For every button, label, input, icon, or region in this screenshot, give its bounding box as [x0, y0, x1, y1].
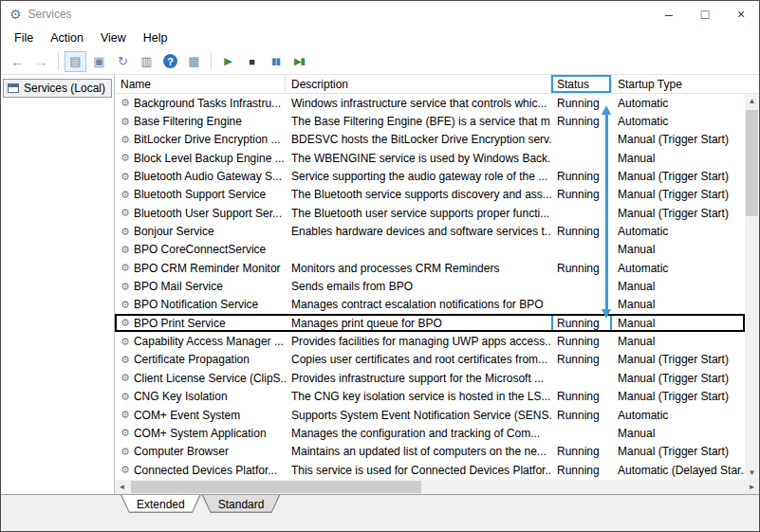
service-startup-type: Automatic — [612, 112, 745, 130]
service-status: Running — [551, 112, 612, 130]
service-gear-icon: ⚙ — [120, 190, 130, 200]
service-name: Bluetooth Support Service — [134, 188, 266, 201]
table-row[interactable]: ⚙BitLocker Drive Encryption ...BDESVC ho… — [115, 131, 745, 149]
table-row[interactable]: ⚙Base Filtering EngineThe Base Filtering… — [115, 112, 745, 130]
service-startup-type: Manual (Trigger Start) — [612, 369, 745, 387]
service-description: Supports System Event Notification Servi… — [286, 406, 551, 424]
properties-button[interactable]: ▣ — [88, 51, 110, 72]
table-row[interactable]: ⚙BPO CoreConnectServiceManual — [115, 241, 745, 259]
service-description — [286, 241, 551, 259]
table-row[interactable]: ⚙Bluetooth Support ServiceThe Bluetooth … — [115, 186, 745, 204]
menu-view[interactable]: View — [92, 31, 135, 45]
service-name-cell: ⚙Computer Browser — [115, 443, 286, 461]
stop-service-button[interactable]: ■ — [241, 51, 263, 72]
table-row[interactable]: ⚙COM+ Event SystemSupports System Event … — [115, 406, 745, 424]
scroll-up-button[interactable]: ▲ — [745, 94, 759, 108]
table-row[interactable]: ⚙Capability Access Manager ...Provides f… — [115, 332, 745, 350]
service-startup-type: Automatic — [612, 222, 745, 240]
column-header-status[interactable]: Status — [551, 75, 612, 93]
start-service-button[interactable]: ▶ — [217, 51, 239, 72]
table-row[interactable]: ⚙BPO CRM Reminder MonitorMonitors and pr… — [115, 259, 745, 277]
table-row[interactable]: ⚙Bluetooth Audio Gateway S...Service sup… — [115, 167, 745, 185]
service-description: Monitors and processes CRM Reminders — [286, 259, 551, 277]
service-gear-icon: ⚙ — [120, 117, 130, 127]
vertical-scrollbar[interactable]: ▲ ▼ — [745, 94, 759, 480]
title-bar: ⚙ Services – □ × — [1, 1, 759, 28]
minimize-button[interactable]: – — [651, 1, 687, 28]
forward-button[interactable]: → — [30, 51, 52, 72]
back-button[interactable]: ← — [7, 51, 28, 72]
service-name-cell: ⚙Block Level Backup Engine ... — [115, 149, 286, 167]
refresh-button[interactable]: ↻ — [112, 51, 134, 72]
service-gear-icon: ⚙ — [120, 300, 130, 310]
service-gear-icon: ⚙ — [120, 227, 130, 237]
table-row[interactable]: ⚙Certificate PropagationCopies user cert… — [115, 351, 745, 369]
service-name-cell: ⚙BPO Mail Service — [115, 277, 286, 295]
service-startup-type: Manual (Trigger Start) — [612, 131, 745, 149]
horizontal-scrollbar[interactable]: ◄ ► — [115, 480, 759, 494]
sidebar-item-services-local[interactable]: Services (Local) — [3, 79, 112, 98]
column-header-startup-type[interactable]: Startup Type — [612, 75, 759, 93]
bottom-filler — [1, 515, 759, 531]
table-row[interactable]: ⚙Computer BrowserMaintains an updated li… — [115, 443, 745, 461]
table-row[interactable]: ⚙BPO Mail ServiceSends emails from BPOMa… — [115, 277, 745, 295]
menu-help[interactable]: Help — [135, 31, 176, 45]
pause-service-button[interactable]: ▮▮ — [265, 51, 287, 72]
toolbar-separator — [58, 53, 59, 70]
scroll-right-button[interactable]: ► — [745, 480, 759, 494]
horizontal-scroll-thumb[interactable] — [131, 481, 421, 493]
service-gear-icon: ⚙ — [120, 465, 130, 475]
service-description: Provides facilities for managing UWP app… — [286, 332, 551, 350]
service-name: Certificate Propagation — [134, 353, 250, 366]
table-row[interactable]: ⚙Block Level Backup Engine ...The WBENGI… — [115, 149, 745, 167]
service-gear-icon: ⚙ — [120, 153, 130, 163]
table-row[interactable]: ⚙Connected Devices Platfor...This servic… — [115, 461, 745, 479]
vertical-scroll-thumb[interactable] — [746, 110, 758, 216]
maximize-button[interactable]: □ — [687, 1, 723, 28]
table-row[interactable]: ⚙Bluetooth User Support Ser...The Blueto… — [115, 204, 745, 222]
service-startup-type: Manual (Trigger Start) — [612, 204, 745, 222]
table-row[interactable]: ⚙BPO Notification ServiceManages contrac… — [115, 296, 745, 314]
scroll-left-button[interactable]: ◄ — [115, 480, 129, 494]
restart-service-button[interactable]: ▶▮ — [288, 51, 310, 72]
show-hide-console-tree-button[interactable]: ▤ — [65, 51, 86, 72]
service-name: Bluetooth Audio Gateway S... — [134, 170, 282, 183]
list-header: Name Description Status Startup Type — [115, 75, 759, 94]
menu-file[interactable]: File — [6, 31, 42, 45]
service-gear-icon: ⚙ — [120, 282, 130, 292]
table-row[interactable]: ⚙BPO Print ServiceManages print queue fo… — [115, 314, 745, 332]
column-header-description[interactable]: Description — [286, 75, 551, 93]
close-button[interactable]: × — [723, 1, 759, 28]
help-button[interactable]: ? — [159, 51, 181, 72]
service-startup-type: Manual (Trigger Start) — [612, 443, 745, 461]
service-name-cell: ⚙Certificate Propagation — [115, 351, 286, 369]
service-name-cell: ⚙Background Tasks Infrastru... — [115, 94, 286, 112]
table-row[interactable]: ⚙COM+ System ApplicationManages the conf… — [115, 424, 745, 442]
tab-standard[interactable]: Standard — [202, 495, 281, 513]
export-list-button[interactable]: ▥ — [136, 51, 158, 72]
service-name: COM+ Event System — [134, 409, 240, 422]
table-row[interactable]: ⚙Client License Service (ClipS...Provide… — [115, 369, 745, 387]
service-name-cell: ⚙CNG Key Isolation — [115, 388, 286, 406]
table-row[interactable]: ⚙Bonjour ServiceEnables hardware devices… — [115, 222, 745, 240]
column-header-name[interactable]: Name — [115, 75, 286, 93]
service-description: Manages print queue for BPO — [286, 314, 551, 332]
scroll-down-button[interactable]: ▼ — [745, 466, 759, 480]
tab-extended[interactable]: Extended — [120, 495, 201, 513]
service-gear-icon: ⚙ — [120, 263, 130, 273]
service-name-cell: ⚙Client License Service (ClipS... — [115, 369, 286, 387]
main-content: Services (Local) Name Description Status… — [1, 75, 759, 494]
service-name: BPO Notification Service — [134, 298, 258, 311]
service-startup-type: Manual — [612, 424, 745, 442]
service-description: Windows infrastructure service that cont… — [286, 94, 551, 112]
menubar: FileActionViewHelp — [1, 28, 759, 48]
view-tabstrip: ExtendedStandard — [1, 494, 759, 515]
service-name-cell: ⚙COM+ System Application — [115, 424, 286, 442]
service-description: This service is used for Connected Devic… — [286, 461, 551, 479]
service-name: BPO CRM Reminder Monitor — [134, 262, 281, 275]
service-name-cell: ⚙BPO Print Service — [115, 314, 286, 332]
table-row[interactable]: ⚙Background Tasks Infrastru...Windows in… — [115, 94, 745, 112]
window-view-button[interactable]: ▦ — [183, 51, 205, 72]
table-row[interactable]: ⚙CNG Key IsolationThe CNG key isolation … — [115, 388, 745, 406]
menu-action[interactable]: Action — [42, 31, 92, 45]
